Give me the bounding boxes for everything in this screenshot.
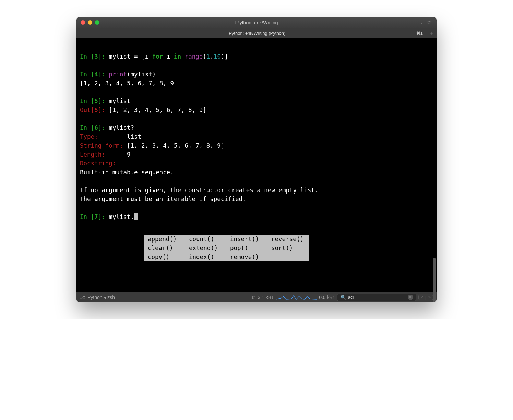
ac-item[interactable]: copy() xyxy=(144,252,186,261)
ac-item[interactable]: clear() xyxy=(144,244,186,252)
kw-in: in xyxy=(174,53,181,60)
code-text: ( xyxy=(203,53,206,60)
code-text: mylist xyxy=(109,98,130,104)
code-text: mylist. xyxy=(109,213,134,220)
add-tab-button[interactable]: + xyxy=(429,30,433,36)
text-cursor xyxy=(134,213,138,220)
search-next-button[interactable]: > xyxy=(427,295,432,300)
docstring-line: If no argument is given, the constructor… xyxy=(80,187,318,194)
autocomplete-popup[interactable]: append()count()insert()reverse()clear()e… xyxy=(144,235,309,261)
code-text xyxy=(181,53,185,60)
help-length-value: 9 xyxy=(127,151,131,158)
fn-print: print xyxy=(109,71,127,78)
traffic-lights xyxy=(76,20,99,25)
out-num: 5 xyxy=(94,107,98,113)
fn-range: range xyxy=(185,53,203,60)
in-prompt-close: ]: xyxy=(98,124,109,131)
in-prompt: In [ xyxy=(80,53,94,60)
stdout: [1, 2, 3, 4, 5, 6, 7, 8, 9] xyxy=(80,80,177,87)
code-text: )] xyxy=(221,53,228,60)
in-prompt: In [ xyxy=(80,71,94,78)
in-num: 3 xyxy=(94,53,98,60)
ac-item[interactable]: insert() xyxy=(227,235,268,244)
network-monitor: ⇵ 3.1 kB↓ 0.0 kB↑ xyxy=(248,294,335,300)
window-title: IPython: erik/Writing xyxy=(76,20,437,25)
tab-active[interactable]: IPython: erik/Writing (Python) xyxy=(76,30,437,36)
in-prompt-close: ]: xyxy=(98,98,109,104)
close-button[interactable] xyxy=(81,20,85,25)
ac-item[interactable]: index() xyxy=(186,252,227,261)
out-prompt: Out[ xyxy=(80,107,94,113)
num-literal: 10 xyxy=(214,53,221,60)
in-prompt-close: ]: xyxy=(98,71,109,78)
code-text: mylist? xyxy=(109,124,134,131)
help-type-label: Type: xyxy=(80,133,127,140)
in-prompt-close: ]: xyxy=(98,53,109,60)
help-strform-label: String form: xyxy=(80,142,127,149)
titlebar: IPython: erik/Writing ⌥⌘2 xyxy=(76,17,437,28)
minimize-button[interactable] xyxy=(88,20,92,25)
search-input[interactable] xyxy=(348,295,406,300)
ac-item[interactable]: append() xyxy=(144,235,186,244)
out-prompt-close: ]: xyxy=(98,107,109,113)
terminal-window: IPython: erik/Writing ⌥⌘2 IPython: erik/… xyxy=(76,17,437,302)
help-length-label: Length: xyxy=(80,151,127,158)
in-num: 6 xyxy=(94,124,98,131)
ac-item[interactable]: count() xyxy=(186,235,227,244)
scrollbar-thumb[interactable] xyxy=(433,258,436,302)
ac-item[interactable] xyxy=(268,252,309,261)
code-text: mylist = [i xyxy=(109,53,152,60)
in-prompt-close: ]: xyxy=(98,213,109,220)
num-literal: 1 xyxy=(206,53,210,60)
help-type-value: list xyxy=(127,133,141,140)
tab-shortcut: ⌘1 xyxy=(416,30,423,36)
ac-item[interactable]: remove() xyxy=(227,252,268,261)
docstring-line: Built-in mutable sequence. xyxy=(80,169,174,176)
terminal-content[interactable]: In [3]: mylist = [i for i in range(1,10)… xyxy=(76,38,437,292)
kw-for: for xyxy=(152,53,163,60)
ac-item[interactable]: pop() xyxy=(227,244,268,252)
network-sparkline xyxy=(276,294,317,300)
network-icon: ⇵ xyxy=(251,295,255,300)
ac-item[interactable]: reverse() xyxy=(268,235,309,244)
statusbar: ⎇ Python ◂ zsh ⇵ 3.1 kB↓ 0.0 kB↑ 🔍 ✕ < |… xyxy=(76,292,437,302)
search-prev-button[interactable]: < xyxy=(420,295,424,300)
code-text: (mylist) xyxy=(127,71,156,78)
docstring-line: The argument must be an iterable if spec… xyxy=(80,196,246,202)
net-down: 3.1 kB↓ xyxy=(258,295,274,300)
in-num: 5 xyxy=(94,98,98,104)
code-text: , xyxy=(210,53,214,60)
statusbar-search[interactable]: 🔍 ✕ xyxy=(337,294,416,301)
ac-item[interactable]: extend() xyxy=(186,244,227,252)
in-prompt: In [ xyxy=(80,124,94,131)
search-nav: < | > xyxy=(418,295,433,300)
in-num: 4 xyxy=(94,71,98,78)
window-shortcut: ⌥⌘2 xyxy=(419,20,432,25)
in-prompt: In [ xyxy=(80,213,94,220)
branch-icon: ⎇ xyxy=(80,295,85,300)
clear-search-button[interactable]: ✕ xyxy=(408,295,413,300)
search-icon: 🔍 xyxy=(340,295,346,300)
process-path[interactable]: Python ◂ zsh xyxy=(87,295,115,300)
help-strform-value: [1, 2, 3, 4, 5, 6, 7, 8, 9] xyxy=(127,142,224,149)
tabbar: IPython: erik/Writing (Python) ⌘1 + xyxy=(76,28,437,38)
help-docstring-label: Docstring: xyxy=(80,160,116,167)
in-num: 7 xyxy=(94,213,98,220)
fullscreen-button[interactable] xyxy=(95,20,99,25)
ac-item[interactable]: sort() xyxy=(268,244,309,252)
code-text: i xyxy=(163,53,174,60)
out-value: [1, 2, 3, 4, 5, 6, 7, 8, 9] xyxy=(109,107,206,113)
net-up: 0.0 kB↑ xyxy=(319,295,335,300)
in-prompt: In [ xyxy=(80,98,94,104)
